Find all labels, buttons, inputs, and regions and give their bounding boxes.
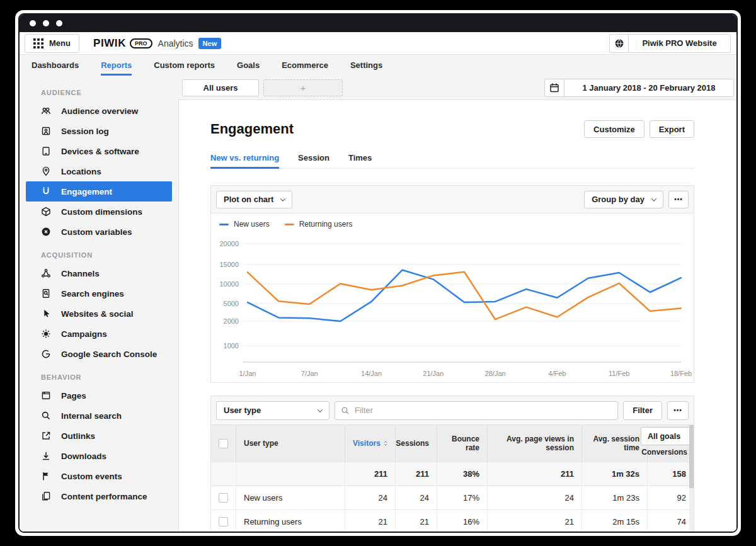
plot-on-chart-select[interactable]: Plot on chart: [216, 191, 292, 208]
tab-new-vs-returning[interactable]: New vs. returning: [210, 153, 279, 168]
filter-button[interactable]: Filter: [623, 401, 662, 420]
sidebar-item-custom-events[interactable]: Custom events: [26, 466, 172, 486]
brand-wordmark: PIWIK: [93, 37, 126, 50]
customize-button[interactable]: Customize: [584, 120, 644, 138]
sidebar-item-custom-dimensions[interactable]: Custom dimensions: [26, 202, 172, 222]
svg-text:28/Jan: 28/Jan: [485, 370, 506, 377]
sidebar-item-google-search-console[interactable]: Google Search Console: [26, 344, 172, 364]
app-window: Menu PIWIK PRO Analytics New Piwik PRO W…: [15, 10, 741, 536]
svg-text:20000: 20000: [219, 240, 239, 247]
sidebar-section-audience: AUDIENCE: [41, 89, 178, 96]
sidebar-item-search-engines[interactable]: Search engines: [26, 283, 172, 304]
header-cell-avg-page-views[interactable]: Avg. page views in session: [488, 425, 582, 462]
summary-avg-page-views: 211: [488, 462, 582, 486]
all-goals-select[interactable]: All goals: [641, 427, 694, 445]
svg-text:15000: 15000: [219, 261, 239, 268]
nav-tab-ecommerce[interactable]: Ecommerce: [282, 55, 328, 76]
date-range-button[interactable]: 1 January 2018 - 20 February 2018: [564, 79, 734, 97]
sidebar-item-custom-variables[interactable]: Custom variables: [26, 222, 172, 242]
campaign-burst-icon: [41, 329, 51, 339]
table-vertical-scrollbar[interactable]: [689, 425, 694, 532]
window-control-dot[interactable]: [43, 20, 49, 26]
header-cell-bounce-rate[interactable]: Bounce rate: [437, 425, 488, 462]
svg-text:21/Jan: 21/Jan: [423, 370, 444, 377]
sidebar-item-websites-social[interactable]: Websites & social: [26, 304, 172, 324]
filter-input[interactable]: [355, 406, 612, 415]
series-dash-icon: [219, 224, 229, 225]
dimension-select[interactable]: User type: [216, 401, 329, 420]
header-cell-visitors[interactable]: Visitors: [345, 425, 396, 462]
sidebar-item-campaigns[interactable]: Campaigns: [26, 324, 172, 344]
channels-icon: [41, 268, 51, 278]
row-label: New users: [236, 486, 345, 509]
window-frame: Menu PIWIK PRO Analytics New Piwik PRO W…: [18, 13, 738, 533]
chart-more-button[interactable]: •••: [668, 191, 689, 208]
window-titlebar: [20, 14, 736, 32]
tab-times[interactable]: Times: [348, 153, 372, 168]
reports-sidebar: AUDIENCE Audience overview Session log D…: [20, 76, 178, 532]
sidebar-item-label: Custom variables: [61, 227, 132, 237]
legend-new-users[interactable]: New users: [219, 220, 270, 229]
sidebar-item-downloads[interactable]: Downloads: [26, 446, 172, 466]
row-checkbox[interactable]: [219, 493, 228, 503]
calendar-button[interactable]: [544, 79, 564, 97]
segment-all-users[interactable]: All users: [182, 79, 259, 96]
page-title: Engagement: [210, 121, 294, 137]
sidebar-item-label: Channels: [61, 269, 100, 278]
date-range-picker: 1 January 2018 - 20 February 2018: [544, 79, 734, 97]
nav-tab-reports[interactable]: Reports: [101, 55, 132, 76]
nav-tab-settings[interactable]: Settings: [350, 55, 382, 76]
table-summary-row: 211 211 38% 211 1m 32s 158: [211, 462, 694, 486]
sidebar-item-pages[interactable]: Pages: [26, 385, 172, 406]
menu-button[interactable]: Menu: [25, 34, 79, 53]
group-by-select[interactable]: Group by day: [584, 191, 663, 208]
globe-button[interactable]: [609, 34, 628, 53]
table-row[interactable]: Returning users 21 21 16% 21 2m 15s 74: [211, 509, 694, 532]
external-link-icon: [41, 431, 51, 441]
sidebar-item-session-log[interactable]: Session log: [26, 121, 172, 141]
new-badge: New: [198, 38, 222, 49]
sidebar-item-label: Audience overview: [61, 106, 138, 116]
nav-tab-custom-reports[interactable]: Custom reports: [154, 55, 215, 76]
sidebar-item-content-performance[interactable]: Content performance: [26, 486, 172, 506]
window-control-dot[interactable]: [56, 20, 62, 26]
product-name: Analytics: [158, 38, 193, 48]
sidebar-item-locations[interactable]: Locations: [26, 161, 172, 181]
sidebar-item-label: Custom events: [61, 472, 122, 481]
sidebar-item-label: Search engines: [61, 289, 124, 299]
sidebar-item-audience-overview[interactable]: Audience overview: [26, 101, 172, 121]
chevron-down-icon: [651, 196, 656, 201]
header-cell-user-type: User type: [236, 425, 345, 462]
tab-session[interactable]: Session: [298, 153, 329, 168]
nav-tab-goals[interactable]: Goals: [237, 55, 260, 76]
chevron-down-icon: [280, 196, 285, 201]
header-cell-sessions[interactable]: Sessions: [396, 425, 437, 462]
table-more-button[interactable]: •••: [667, 401, 689, 420]
add-segment-button[interactable]: +: [263, 79, 343, 96]
sidebar-item-engagement[interactable]: Engagement: [26, 181, 172, 202]
header-cell-avg-session-time[interactable]: Avg. session time: [582, 425, 648, 462]
google-g-icon: [41, 349, 51, 359]
svg-text:14/Jan: 14/Jan: [361, 370, 382, 377]
sidebar-item-outlinks[interactable]: Outlinks: [26, 426, 172, 446]
select-all-checkbox[interactable]: [219, 439, 228, 448]
segment-bar: All users + 1 January 2018 - 20 February…: [178, 76, 736, 100]
website-selector-button[interactable]: Piwik PRO Website: [628, 34, 731, 53]
nav-tab-dashboards[interactable]: Dashboards: [32, 55, 79, 76]
sidebar-item-internal-search[interactable]: Internal search: [26, 406, 172, 426]
download-icon: [41, 451, 51, 461]
scrollbar-thumb[interactable]: [689, 425, 694, 488]
legend-returning-users[interactable]: Returning users: [285, 220, 353, 229]
row-avg-page-views: 24: [488, 486, 582, 509]
sort-icon: [384, 440, 387, 447]
browser-window-icon: [41, 390, 51, 401]
export-button[interactable]: Export: [650, 120, 694, 138]
row-sessions: 24: [396, 486, 437, 509]
table-row[interactable]: New users 24 24 17% 24 1m 23s 92: [211, 486, 694, 509]
sidebar-item-devices-software[interactable]: Devices & software: [26, 141, 172, 161]
svg-text:7/Jan: 7/Jan: [301, 370, 318, 377]
window-control-dot[interactable]: [30, 20, 36, 26]
sidebar-item-channels[interactable]: Channels: [26, 263, 172, 283]
summary-cell-label: [236, 462, 345, 486]
row-checkbox[interactable]: [219, 517, 228, 526]
